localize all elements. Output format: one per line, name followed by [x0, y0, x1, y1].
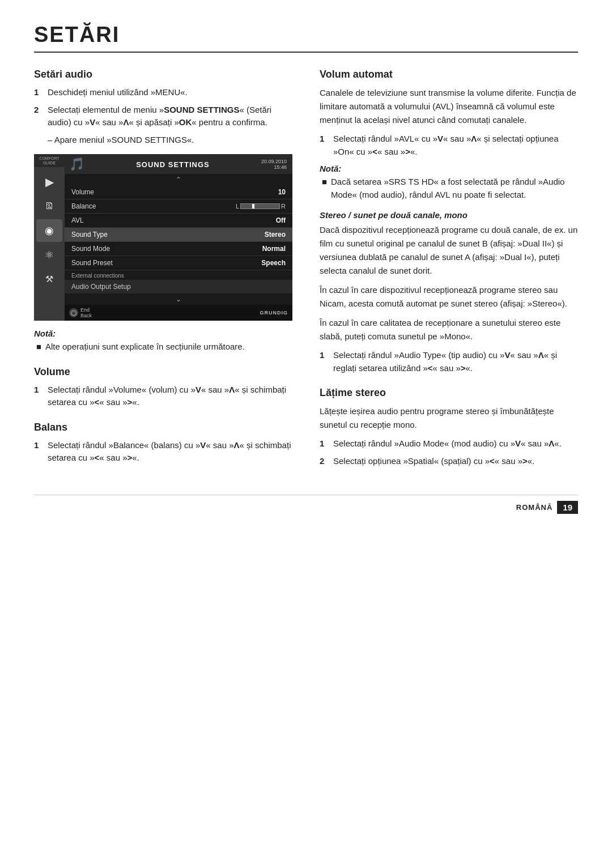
tv-row-soundpreset-label: Sound Preset: [71, 259, 113, 267]
list-num: 2: [320, 455, 329, 468]
tv-footer-end-text: End: [80, 307, 92, 313]
list-num: 1: [320, 349, 329, 375]
volum-automat-list: 1 Selectați rândul »AVL« cu »V« sau »Λ« …: [320, 133, 578, 158]
list-item: 1 Selectați rândul »Audio Type« (tip aud…: [320, 349, 578, 375]
list-text: Selectați rândul »AVL« cu »V« sau »Λ« și…: [333, 133, 578, 158]
page-title: SETĂRI: [34, 23, 578, 53]
nota-block-1: Notă: ■ Alte operațiuni sunt explicate î…: [34, 329, 292, 354]
section-title-setari-audio: Setări audio: [34, 69, 292, 80]
grundig-logo: GRUNDIG: [260, 310, 288, 316]
nota-title-volum-automat: Notă:: [320, 164, 578, 173]
tv-row-balance: Balance L R: [65, 199, 292, 214]
footer-page-number: 19: [557, 501, 578, 514]
list-text: Selectați rândul »Balance« (balans) cu »…: [48, 439, 292, 465]
list-text: Selectați elementul de meniu »SOUND SETT…: [48, 104, 292, 129]
tv-row-avl-value: Off: [276, 216, 286, 224]
tv-footer-back-text: Back: [80, 313, 92, 318]
tv-row-soundmode-label: Sound Mode: [71, 245, 110, 253]
stereo-para2: În cazul în care dispozitivul recepțione…: [320, 283, 578, 310]
comfort-guide-label: COMFORTGUIDE: [34, 154, 65, 167]
tv-row-volume: Volume 10: [65, 185, 292, 199]
list-num: 1: [34, 439, 43, 465]
tv-row-volume-value: 10: [278, 188, 286, 196]
balance-r-label: R: [281, 203, 286, 210]
section-title-volume: Volume: [34, 366, 292, 378]
tv-header: 🎵 SOUND SETTINGS 20.09.2010 15:46: [65, 154, 292, 174]
footer-lang: ROMÂNĂ: [516, 503, 553, 512]
list-num: 1: [320, 437, 329, 450]
nota-block-volum-automat: Notă: ■ Dacă setarea »SRS TS HD« a fost …: [320, 164, 578, 201]
list-text: Selectați rândul »Audio Type« (tip audio…: [333, 349, 578, 375]
sidebar-icon-play: ▶: [36, 171, 62, 193]
list-item: 1 Selectați rândul »Volume« (volum) cu »…: [34, 384, 292, 409]
nota-item-volum-automat: ■ Dacă setarea »SRS TS HD« a fost select…: [322, 176, 578, 201]
list-item: 1 Selectați rândul »Balance« (balans) cu…: [34, 439, 292, 465]
page-footer: ROMÂNĂ 19: [34, 495, 578, 514]
tv-header-title: SOUND SETTINGS: [84, 160, 261, 169]
volum-automat-para1: Canalele de televiziune sunt transmise l…: [320, 86, 578, 127]
tv-footer: ◯ End Back GRUNDIG: [65, 305, 292, 321]
ltime-para1: Lățește ieșirea audio pentru programe st…: [320, 405, 578, 432]
tv-menu-screenshot: COMFORTGUIDE ▶ 🖻 ◉ ⚛ ⚒ 🎵 SOUND SETTINGS …: [34, 154, 292, 321]
tv-row-volume-label: Volume: [71, 188, 94, 196]
list-text: Selectați opțiunea »Spatial« (spațial) c…: [333, 455, 578, 468]
tv-footer-circle-btn: ◯: [69, 308, 78, 317]
tv-chevron-down-icon: ⌄: [65, 293, 292, 305]
list-num: 2: [34, 104, 43, 129]
tv-external-label: External connections: [65, 270, 292, 280]
tv-footer-left: ◯ End Back: [69, 307, 92, 318]
tv-main-panel: 🎵 SOUND SETTINGS 20.09.2010 15:46 ⌃ Volu…: [65, 154, 292, 321]
section-title-stereo: Stereo / sunet pe două canale, mono: [320, 210, 578, 220]
stereo-list: 1 Selectați rândul »Audio Type« (tip aud…: [320, 349, 578, 375]
list-item: 2 Selectați elementul de meniu »SOUND SE…: [34, 104, 292, 129]
ltime-list: 1 Selectați rândul »Audio Mode« (mod aud…: [320, 437, 578, 467]
setari-audio-list: 1 Deschideți meniul utilizând »MENU«. 2 …: [34, 86, 292, 129]
list-num: 1: [320, 133, 329, 158]
tv-header-sound-icon: 🎵: [69, 157, 84, 172]
balance-bar: L R: [236, 203, 286, 210]
sidebar-icon-tools: ⚒: [36, 268, 62, 291]
right-column: Volum automat Canalele de televiziune su…: [320, 69, 578, 472]
sidebar-icon-photo: 🖻: [36, 195, 62, 218]
tv-row-avl-label: AVL: [71, 216, 84, 224]
list-num: 1: [34, 384, 43, 409]
nota-item-1: ■ Alte operațiuni sunt explicate în secț…: [36, 341, 292, 354]
list-item: 2 Selectați opțiunea »Spatial« (spațial)…: [320, 455, 578, 468]
sidebar-icon-audio: ⚛: [36, 244, 62, 266]
list-text: Selectați rândul »Volume« (volum) cu »V«…: [48, 384, 292, 409]
tv-row-soundtype: Sound Type Stereo: [65, 228, 292, 242]
list-item: 1 Selectați rândul »Audio Mode« (mod aud…: [320, 437, 578, 450]
list-item: 1 Deschideți meniul utilizând »MENU«.: [34, 86, 292, 99]
tv-row-soundpreset: Sound Preset Speech: [65, 256, 292, 270]
left-column: Setări audio 1 Deschideți meniul utilizâ…: [34, 69, 292, 472]
tv-chevron-up-icon: ⌃: [65, 174, 292, 185]
section-title-balans: Balans: [34, 422, 292, 433]
tv-row-soundtype-value: Stereo: [265, 231, 286, 239]
tv-audio-output: Audio Output Setup: [65, 280, 292, 293]
nota-bullet-1: ■: [36, 341, 42, 354]
stereo-para3: În cazul în care calitatea de recepționa…: [320, 316, 578, 343]
balance-track: [240, 203, 280, 209]
tv-row-soundtype-label: Sound Type: [71, 231, 108, 239]
tv-row-balance-label: Balance: [71, 202, 96, 210]
nota-title-1: Notă:: [34, 329, 292, 338]
tv-row-soundpreset-value: Speech: [261, 259, 286, 267]
volume-list: 1 Selectați rândul »Volume« (volum) cu »…: [34, 384, 292, 409]
nota-text: Dacă setarea »SRS TS HD« a fost selectat…: [331, 176, 578, 201]
stereo-para1: Dacă dispozitivul recepționează programe…: [320, 223, 578, 278]
nota-text-1: Alte operațiuni sunt explicate în secțiu…: [45, 341, 245, 354]
tv-header-time: 20.09.2010 15:46: [261, 159, 287, 170]
balans-list: 1 Selectați rândul »Balance« (balans) cu…: [34, 439, 292, 465]
tv-row-avl: AVL Off: [65, 214, 292, 228]
list-num: 1: [34, 86, 43, 99]
list-item: 1 Selectați rândul »AVL« cu »V« sau »Λ« …: [320, 133, 578, 158]
sidebar-icon-settings: ◉: [36, 219, 62, 242]
nota-bullet: ■: [322, 176, 328, 201]
section-title-volum-automat: Volum automat: [320, 69, 578, 80]
section-title-ltime-stereo: Lățime stereo: [320, 387, 578, 399]
balance-l-label: L: [236, 203, 239, 210]
list-text: Deschideți meniul utilizând »MENU«.: [48, 86, 292, 99]
balance-marker: [252, 204, 254, 209]
tv-row-soundmode: Sound Mode Normal: [65, 242, 292, 256]
dash-text: – Apare meniul »SOUND SETTINGS«.: [48, 134, 292, 147]
